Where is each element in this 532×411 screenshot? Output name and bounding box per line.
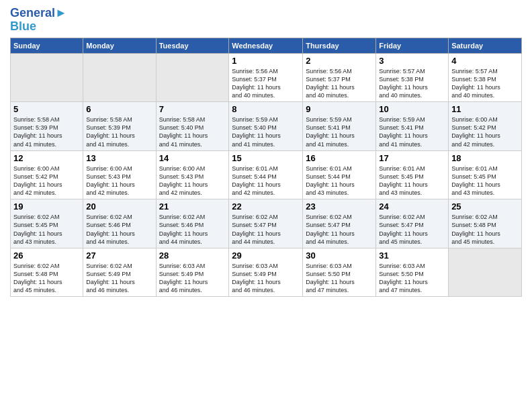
day-number: 17 [379, 153, 445, 163]
calendar-cell: 15Sunrise: 6:01 AM Sunset: 5:44 PM Dayli… [229, 150, 303, 199]
calendar-cell: 31Sunrise: 6:03 AM Sunset: 5:50 PM Dayli… [376, 248, 449, 297]
calendar-cell: 6Sunrise: 5:58 AM Sunset: 5:39 PM Daylig… [83, 102, 156, 151]
day-number: 4 [451, 56, 519, 66]
header-saturday: Saturday [449, 38, 522, 53]
header-wednesday: Wednesday [229, 38, 303, 53]
calendar-cell: 11Sunrise: 6:00 AM Sunset: 5:42 PM Dayli… [449, 102, 522, 151]
day-info: Sunrise: 6:02 AM Sunset: 5:48 PM Dayligh… [451, 213, 519, 246]
calendar-cell: 24Sunrise: 6:02 AM Sunset: 5:47 PM Dayli… [376, 199, 449, 248]
calendar-cell: 17Sunrise: 6:01 AM Sunset: 5:45 PM Dayli… [376, 150, 449, 199]
day-info: Sunrise: 6:00 AM Sunset: 5:42 PM Dayligh… [13, 165, 80, 197]
header-tuesday: Tuesday [156, 38, 229, 53]
day-number: 5 [13, 104, 80, 114]
day-info: Sunrise: 6:02 AM Sunset: 5:47 PM Dayligh… [306, 213, 373, 246]
page-container: General► Blue Sunday Monday Tuesday Wedn… [0, 0, 532, 304]
calendar-cell: 25Sunrise: 6:02 AM Sunset: 5:48 PM Dayli… [449, 199, 522, 248]
logo-text-blue: ► [55, 6, 67, 19]
day-number: 22 [232, 201, 300, 212]
day-number: 31 [379, 250, 445, 261]
day-number: 7 [159, 104, 226, 114]
day-info: Sunrise: 6:01 AM Sunset: 5:45 PM Dayligh… [379, 165, 445, 197]
week-row-5: 26Sunrise: 6:02 AM Sunset: 5:48 PM Dayli… [11, 248, 522, 297]
week-row-2: 5Sunrise: 5:58 AM Sunset: 5:39 PM Daylig… [11, 102, 522, 151]
day-info: Sunrise: 5:59 AM Sunset: 5:41 PM Dayligh… [306, 116, 373, 148]
day-number: 18 [451, 153, 519, 163]
calendar-cell: 7Sunrise: 5:58 AM Sunset: 5:40 PM Daylig… [156, 102, 229, 151]
calendar-cell: 26Sunrise: 6:02 AM Sunset: 5:48 PM Dayli… [11, 248, 83, 297]
calendar-cell: 3Sunrise: 5:57 AM Sunset: 5:38 PM Daylig… [376, 53, 449, 102]
calendar-cell: 10Sunrise: 5:59 AM Sunset: 5:41 PM Dayli… [376, 102, 449, 151]
day-number: 20 [86, 201, 152, 212]
day-info: Sunrise: 5:59 AM Sunset: 5:41 PM Dayligh… [379, 116, 445, 148]
calendar-cell: 2Sunrise: 5:56 AM Sunset: 5:37 PM Daylig… [303, 53, 376, 102]
day-number: 27 [86, 250, 152, 261]
day-number: 2 [306, 56, 373, 66]
header: General► Blue [10, 7, 522, 34]
day-info: Sunrise: 5:56 AM Sunset: 5:37 PM Dayligh… [232, 67, 300, 100]
day-info: Sunrise: 6:03 AM Sunset: 5:50 PM Dayligh… [379, 262, 445, 295]
day-info: Sunrise: 6:00 AM Sunset: 5:43 PM Dayligh… [86, 165, 152, 197]
calendar-cell [449, 248, 522, 297]
day-info: Sunrise: 5:58 AM Sunset: 5:39 PM Dayligh… [13, 116, 80, 148]
calendar-cell [11, 53, 83, 102]
day-number: 30 [306, 250, 373, 261]
day-number: 1 [232, 56, 300, 66]
calendar-body: 1Sunrise: 5:56 AM Sunset: 5:37 PM Daylig… [11, 53, 522, 297]
day-info: Sunrise: 6:02 AM Sunset: 5:46 PM Dayligh… [86, 213, 152, 246]
day-info: Sunrise: 5:59 AM Sunset: 5:40 PM Dayligh… [232, 116, 300, 148]
day-info: Sunrise: 5:56 AM Sunset: 5:37 PM Dayligh… [306, 67, 373, 100]
header-sunday: Sunday [11, 38, 83, 53]
header-friday: Friday [376, 38, 449, 53]
calendar-cell: 8Sunrise: 5:59 AM Sunset: 5:40 PM Daylig… [229, 102, 303, 151]
day-info: Sunrise: 6:02 AM Sunset: 5:48 PM Dayligh… [13, 262, 80, 295]
week-row-4: 19Sunrise: 6:02 AM Sunset: 5:45 PM Dayli… [11, 199, 522, 248]
calendar-cell: 13Sunrise: 6:00 AM Sunset: 5:43 PM Dayli… [83, 150, 156, 199]
calendar-cell: 23Sunrise: 6:02 AM Sunset: 5:47 PM Dayli… [303, 199, 376, 248]
calendar-cell: 9Sunrise: 5:59 AM Sunset: 5:41 PM Daylig… [303, 102, 376, 151]
day-info: Sunrise: 5:58 AM Sunset: 5:40 PM Dayligh… [159, 116, 226, 148]
logo: General► Blue [10, 7, 67, 34]
calendar-cell: 18Sunrise: 6:01 AM Sunset: 5:45 PM Dayli… [449, 150, 522, 199]
day-number: 25 [451, 201, 519, 212]
day-number: 21 [159, 201, 226, 212]
calendar-cell: 27Sunrise: 6:02 AM Sunset: 5:49 PM Dayli… [83, 248, 156, 297]
calendar-cell: 5Sunrise: 5:58 AM Sunset: 5:39 PM Daylig… [11, 102, 83, 151]
calendar-cell: 14Sunrise: 6:00 AM Sunset: 5:43 PM Dayli… [156, 150, 229, 199]
calendar-cell [156, 53, 229, 102]
week-row-3: 12Sunrise: 6:00 AM Sunset: 5:42 PM Dayli… [11, 150, 522, 199]
day-info: Sunrise: 6:03 AM Sunset: 5:49 PM Dayligh… [159, 262, 226, 295]
day-info: Sunrise: 6:00 AM Sunset: 5:42 PM Dayligh… [451, 116, 519, 148]
day-info: Sunrise: 6:01 AM Sunset: 5:44 PM Dayligh… [232, 165, 300, 197]
day-number: 24 [379, 201, 445, 212]
day-info: Sunrise: 6:03 AM Sunset: 5:49 PM Dayligh… [232, 262, 300, 295]
day-number: 19 [13, 201, 80, 212]
calendar-cell: 4Sunrise: 5:57 AM Sunset: 5:38 PM Daylig… [449, 53, 522, 102]
calendar-cell: 29Sunrise: 6:03 AM Sunset: 5:49 PM Dayli… [229, 248, 303, 297]
day-info: Sunrise: 6:01 AM Sunset: 5:45 PM Dayligh… [451, 165, 519, 197]
calendar-cell: 28Sunrise: 6:03 AM Sunset: 5:49 PM Dayli… [156, 248, 229, 297]
logo-text-2: Blue [10, 20, 67, 34]
day-info: Sunrise: 5:58 AM Sunset: 5:39 PM Dayligh… [86, 116, 152, 148]
calendar-table: Sunday Monday Tuesday Wednesday Thursday… [10, 38, 522, 298]
day-info: Sunrise: 6:02 AM Sunset: 5:46 PM Dayligh… [159, 213, 226, 246]
logo-text: General► [10, 7, 67, 20]
day-info: Sunrise: 6:02 AM Sunset: 5:47 PM Dayligh… [379, 213, 445, 246]
day-number: 6 [86, 104, 152, 114]
day-number: 15 [232, 153, 300, 163]
day-number: 9 [306, 104, 373, 114]
day-info: Sunrise: 5:57 AM Sunset: 5:38 PM Dayligh… [379, 67, 445, 100]
calendar-header-row: Sunday Monday Tuesday Wednesday Thursday… [11, 38, 522, 53]
calendar-cell: 30Sunrise: 6:03 AM Sunset: 5:50 PM Dayli… [303, 248, 376, 297]
day-number: 10 [379, 104, 445, 114]
calendar-cell: 19Sunrise: 6:02 AM Sunset: 5:45 PM Dayli… [11, 199, 83, 248]
day-info: Sunrise: 6:02 AM Sunset: 5:47 PM Dayligh… [232, 213, 300, 246]
week-row-1: 1Sunrise: 5:56 AM Sunset: 5:37 PM Daylig… [11, 53, 522, 102]
day-number: 16 [306, 153, 373, 163]
day-number: 13 [86, 153, 152, 163]
day-number: 8 [232, 104, 300, 114]
day-number: 23 [306, 201, 373, 212]
day-info: Sunrise: 6:03 AM Sunset: 5:50 PM Dayligh… [306, 262, 373, 295]
day-number: 26 [13, 250, 80, 261]
day-number: 29 [232, 250, 300, 261]
day-info: Sunrise: 6:02 AM Sunset: 5:45 PM Dayligh… [13, 213, 80, 246]
